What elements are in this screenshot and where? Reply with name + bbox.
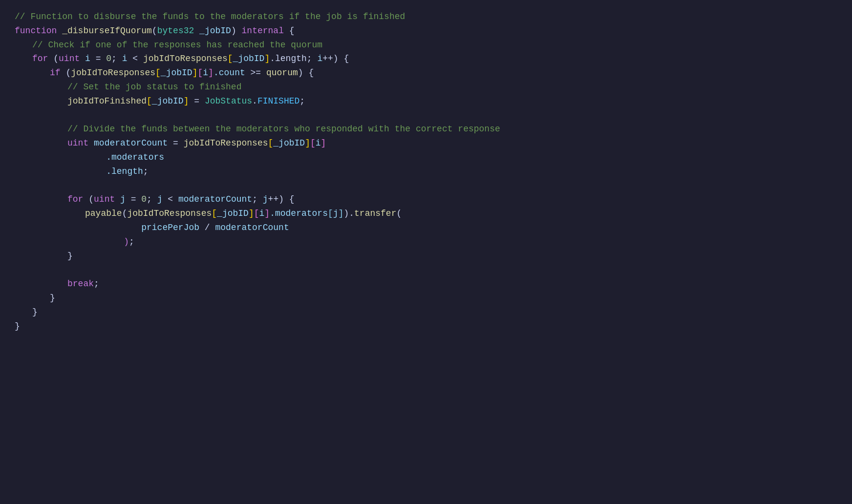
fn-quorum: quorum xyxy=(266,66,298,80)
code-line-2: function _disburseIfQuorum(bytes32 _jobI… xyxy=(15,24,837,38)
space2 xyxy=(236,24,242,38)
semi1: ; xyxy=(111,52,122,66)
type-bytes32: bytes32 xyxy=(157,24,194,38)
dot-length1: .length; xyxy=(270,52,317,66)
comment-disburse: // Function to disburse the funds to the… xyxy=(15,10,405,24)
bracket-15: [ xyxy=(254,207,259,221)
brace-for-j-open: { xyxy=(289,192,295,207)
incr2: ++) xyxy=(268,192,289,207)
paren-transfer-open: ( xyxy=(396,207,402,221)
kw-internal: internal xyxy=(242,24,284,38)
code-line-17: ); xyxy=(15,235,837,249)
var-i4: i xyxy=(203,66,208,80)
kw-for2: for xyxy=(67,192,83,207)
dot-transfer: . xyxy=(349,207,354,221)
dot-status: . xyxy=(252,94,257,108)
dot-pad2 xyxy=(85,165,106,179)
code-line-22: } xyxy=(15,305,837,319)
paren-if-close: ) xyxy=(298,66,309,80)
code-line-10: uint moderatorCount = jobIdToResponses[_… xyxy=(15,136,837,150)
space6: ( xyxy=(61,66,71,80)
comment-divide-funds: // Divide the funds between the moderato… xyxy=(67,122,500,136)
jobid-if: _jobID xyxy=(161,66,192,80)
var-moderator-count2: moderatorCount xyxy=(178,192,252,207)
jobid-arg: _jobID xyxy=(233,52,265,66)
brace-if-open: { xyxy=(308,66,314,80)
var-i6: i xyxy=(259,207,265,221)
var-price-per-job: pricePerJob xyxy=(141,221,199,235)
var-i2: i xyxy=(122,52,128,66)
bracket-7: [ xyxy=(147,94,152,108)
prop-length: .length xyxy=(106,165,143,179)
semi3: ; xyxy=(143,165,149,179)
jobstatus: JobStatus xyxy=(205,94,252,108)
fn-transfer: transfer xyxy=(354,207,396,221)
prop-moderators: .moderators xyxy=(106,150,164,165)
code-line-7: jobIdToFinished[_jobID] = JobStatus.FINI… xyxy=(15,94,837,108)
kw-uint: uint xyxy=(59,52,80,66)
space5 xyxy=(80,52,85,66)
code-line-15: payable(jobIdToResponses[_jobID][i].mode… xyxy=(15,207,837,221)
lt2: < xyxy=(163,192,178,207)
code-line-23: } xyxy=(15,319,837,334)
fn-jobid-responses-3: jobIdToResponses xyxy=(127,207,212,221)
dot-pad xyxy=(85,150,106,165)
bracket-6: ] xyxy=(208,66,213,80)
kw-for: for xyxy=(32,52,48,66)
kw-function: function xyxy=(15,24,62,38)
bracket-12: ] xyxy=(321,136,326,150)
semi6: ; xyxy=(129,235,134,249)
code-line-4: for (uint i = 0; i < jobIdToResponses[_j… xyxy=(15,52,837,66)
jobid-finished: _jobID xyxy=(152,94,184,108)
code-line-8 xyxy=(15,108,837,123)
semi2: ; xyxy=(299,94,305,108)
brace-fn-close: } xyxy=(15,319,20,334)
kw-uint3: uint xyxy=(94,192,115,207)
code-line-18: } xyxy=(15,249,837,263)
code-line-13 xyxy=(15,179,837,193)
bracket-17: [ xyxy=(328,207,333,221)
bracket-10: ] xyxy=(305,136,310,150)
kw-break: break xyxy=(67,277,94,291)
kw-uint2: uint xyxy=(67,136,88,150)
code-line-20: break; xyxy=(15,277,837,291)
num-0-j: 0 xyxy=(141,192,147,207)
semi7: ; xyxy=(94,277,99,291)
bracket-11: [ xyxy=(310,136,316,150)
var-i3: i xyxy=(317,52,322,66)
bracket-1: [ xyxy=(228,52,233,66)
code-line-12: .length; xyxy=(15,165,837,179)
code-line-3: // Check if one of the responses has rea… xyxy=(15,38,837,52)
divide: / xyxy=(199,221,215,235)
space3 xyxy=(284,24,289,38)
bracket-5: [ xyxy=(197,66,203,80)
var-i5: i xyxy=(316,136,321,150)
semi5: ; xyxy=(252,192,263,207)
paren-open: ( xyxy=(152,24,157,38)
eq2: = xyxy=(189,94,204,108)
space xyxy=(194,24,199,38)
bracket-8: ] xyxy=(184,94,189,108)
gte: >= xyxy=(245,66,266,80)
bracket-2: ] xyxy=(264,52,270,66)
eq3: = xyxy=(168,136,183,150)
bracket-14: ] xyxy=(249,207,254,221)
var-moderator-count: moderatorCount xyxy=(94,136,168,150)
code-line-16: pricePerJob / moderatorCount xyxy=(15,221,837,235)
fn-payable: payable xyxy=(85,207,122,221)
var-j: j xyxy=(120,192,126,207)
brace-for-i-close: } xyxy=(32,305,38,319)
indent-close-transfer xyxy=(103,235,124,249)
brace-open-fn: { xyxy=(289,24,295,38)
semi4: ; xyxy=(147,192,157,207)
bracket-9: [ xyxy=(268,136,274,150)
var-moderator-count3: moderatorCount xyxy=(215,221,289,235)
brace-if-close: } xyxy=(50,291,55,305)
brace-for-open: { xyxy=(343,52,349,66)
close-transfer-paren: ) xyxy=(124,235,129,249)
fn-jobid-to-finished: jobIdToFinished xyxy=(67,94,147,108)
space9 xyxy=(115,192,120,207)
paren-for-open: ( xyxy=(53,52,59,66)
prop-count: .count xyxy=(213,66,245,80)
fn-jobid-responses-2: jobIdToResponses xyxy=(184,136,268,150)
